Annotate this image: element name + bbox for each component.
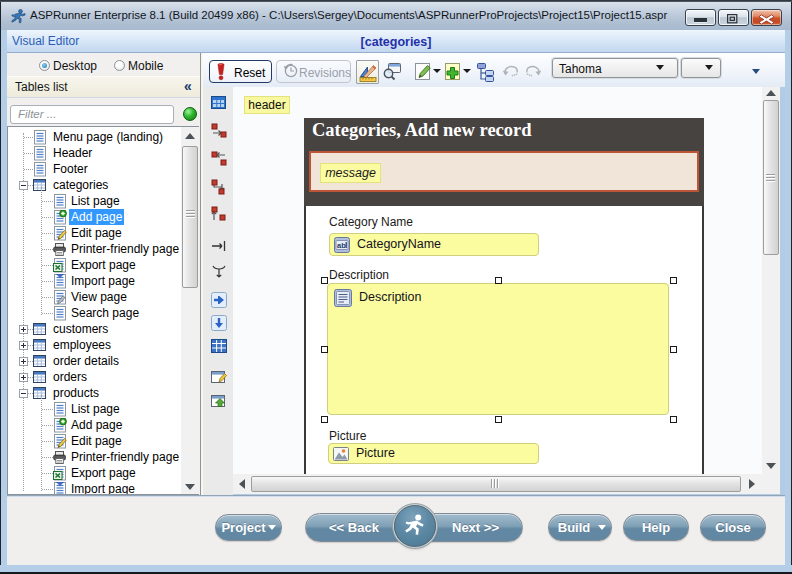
svg-text:ab: ab: [337, 241, 346, 250]
